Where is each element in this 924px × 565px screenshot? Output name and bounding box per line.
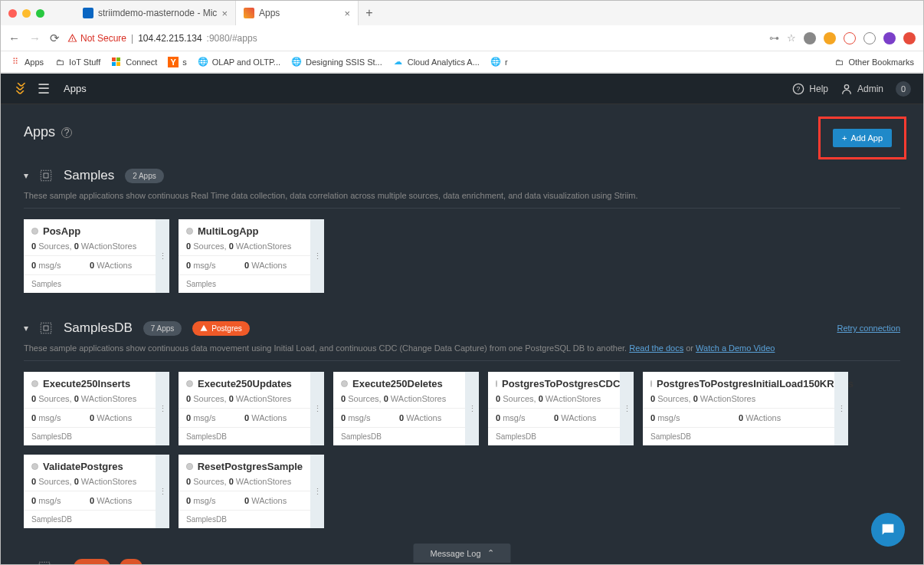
- card-more-button[interactable]: ⋮: [310, 455, 324, 528]
- ext-icon[interactable]: [804, 32, 816, 44]
- group-description: These sample applications show continuou…: [24, 343, 900, 361]
- docs-link[interactable]: Read the docs: [629, 343, 683, 353]
- chevron-down-icon[interactable]: ▾: [24, 170, 28, 181]
- other-bookmarks[interactable]: 🗀Other Bookmarks: [834, 57, 914, 67]
- namespace-icon: [39, 169, 53, 182]
- chevron-down-icon[interactable]: ▾: [24, 562, 28, 565]
- chevron-down-icon[interactable]: ▾: [24, 323, 28, 333]
- close-tab-icon[interactable]: ×: [344, 8, 350, 19]
- browser-tab-0[interactable]: striimdemo-masternode - Mic ×: [75, 1, 236, 25]
- card-more-button[interactable]: ⋮: [156, 372, 169, 445]
- card-more-button[interactable]: ⋮: [620, 372, 634, 445]
- card-more-button[interactable]: ⋮: [156, 219, 169, 293]
- key-icon[interactable]: ⊶: [769, 32, 779, 44]
- card-sources: 0 Sources, 0 WActionStores: [24, 240, 156, 255]
- card-more-button[interactable]: ⋮: [310, 372, 324, 445]
- group-header: ▾ SamplesDB 7 Apps Postgres Retry connec…: [24, 320, 900, 336]
- admin-user[interactable]: Admin: [840, 83, 883, 95]
- close-tab-icon[interactable]: ×: [221, 8, 228, 19]
- warn-text: Not Secure: [80, 33, 126, 44]
- app-card[interactable]: PostgresToPostgresInitialLoad150KRows 0 …: [643, 372, 848, 445]
- bookmarks-bar: ⠿Apps 🗀IoT Stuff Connect Ys 🌐OLAP and OL…: [1, 51, 923, 73]
- striim-logo-icon[interactable]: [13, 81, 28, 97]
- folder-icon: 🗀: [54, 57, 65, 67]
- app-count-pill: 7 Apps: [143, 321, 182, 336]
- window-controls[interactable]: [8, 9, 44, 18]
- status-dot-icon: [186, 380, 193, 387]
- card-title: Execute250Inserts: [24, 372, 156, 393]
- maximize-window-icon[interactable]: [36, 9, 44, 18]
- star-icon[interactable]: ☆: [787, 32, 796, 44]
- svg-rect-9: [41, 323, 51, 333]
- app-group: ▾ SamplesDB 7 Apps Postgres Retry connec…: [24, 320, 900, 528]
- app-card[interactable]: MultiLogApp 0 Sources, 0 WActionStores 0…: [179, 219, 324, 293]
- back-icon[interactable]: ←: [8, 31, 20, 45]
- message-log-toggle[interactable]: Message Log ⌃: [413, 544, 510, 563]
- minimize-window-icon[interactable]: [22, 9, 31, 18]
- card-more-button[interactable]: ⋮: [834, 372, 848, 445]
- bookmark-item[interactable]: 🌐OLAP and OLTP...: [198, 57, 280, 67]
- help-icon[interactable]: ?: [61, 127, 72, 138]
- status-dot-icon: [31, 463, 38, 470]
- group-title: Samples: [64, 168, 114, 183]
- ext-icon[interactable]: [824, 32, 836, 44]
- reload-icon[interactable]: ⟳: [50, 31, 60, 45]
- card-more-button[interactable]: ⋮: [310, 219, 324, 293]
- svg-rect-3: [116, 62, 120, 66]
- card-more-button[interactable]: ⋮: [465, 372, 479, 445]
- pill-button[interactable]: [120, 559, 143, 565]
- card-namespace: SamplesDB: [24, 427, 156, 445]
- cards-row: PosApp 0 Sources, 0 WActionStores 0 msg/…: [24, 219, 900, 293]
- svg-rect-7: [41, 170, 51, 181]
- menu-icon[interactable]: ☰: [38, 80, 50, 97]
- app-card[interactable]: ResetPostgresSample 0 Sources, 0 WAction…: [179, 455, 324, 528]
- browser-chrome: striimdemo-masternode - Mic × Apps × + ←…: [1, 1, 923, 74]
- retry-connection-link[interactable]: Retry connection: [837, 324, 900, 333]
- card-more-button[interactable]: ⋮: [156, 455, 169, 528]
- app-card[interactable]: Execute250Updates 0 Sources, 0 WActionSt…: [179, 372, 324, 445]
- url-field[interactable]: Not Secure | 104.42.215.134:9080/#apps: [67, 33, 762, 44]
- card-namespace: Samples: [24, 274, 156, 293]
- help-link[interactable]: ? Help: [792, 83, 828, 95]
- bookmark-item[interactable]: Connect: [111, 57, 157, 67]
- ms-icon: [111, 57, 122, 67]
- ext-icon[interactable]: [903, 32, 916, 44]
- app-header: ☰ Apps ? Help Admin 0: [1, 74, 923, 104]
- app-card[interactable]: PostgresToPostgresCDC 0 Sources, 0 WActi…: [488, 372, 634, 445]
- ext-icon[interactable]: [844, 32, 856, 44]
- bookmark-item[interactable]: Ys: [168, 57, 187, 67]
- tab-title: Apps: [259, 8, 280, 18]
- addr-right-icons: ⊶ ☆: [769, 32, 916, 44]
- pill-button[interactable]: [74, 559, 110, 565]
- warning-pill[interactable]: Postgres: [192, 321, 249, 336]
- bookmark-item[interactable]: 🌐Designing SSIS St...: [291, 57, 382, 67]
- forward-icon[interactable]: →: [29, 31, 41, 45]
- card-namespace: SamplesDB: [179, 427, 310, 445]
- notification-count[interactable]: 0: [896, 81, 911, 97]
- bookmark-item[interactable]: 🗀IoT Stuff: [54, 57, 100, 67]
- app-card[interactable]: Execute250Inserts 0 Sources, 0 WActionSt…: [24, 372, 169, 445]
- svg-rect-0: [112, 57, 116, 61]
- new-tab-button[interactable]: +: [359, 1, 380, 25]
- bookmark-item[interactable]: ☁Cloud Analytics A...: [393, 57, 480, 67]
- demo-video-link[interactable]: Watch a Demo Video: [696, 343, 775, 353]
- close-window-icon[interactable]: [8, 9, 17, 18]
- card-title: Execute250Deletes: [333, 372, 465, 393]
- add-app-button[interactable]: + Add App: [833, 129, 892, 147]
- status-dot-icon: [650, 380, 652, 387]
- browser-tab-1[interactable]: Apps ×: [236, 1, 359, 25]
- profile-icon[interactable]: [883, 32, 896, 44]
- card-title: ResetPostgresSample: [179, 455, 310, 475]
- chat-fab[interactable]: [871, 513, 905, 547]
- bookmark-item[interactable]: 🌐r: [490, 57, 508, 67]
- app-card[interactable]: PosApp 0 Sources, 0 WActionStores 0 msg/…: [24, 219, 169, 293]
- admin-label: Admin: [857, 84, 883, 94]
- svg-rect-10: [44, 326, 48, 330]
- svg-rect-1: [116, 57, 120, 61]
- browser-tabs: striimdemo-masternode - Mic × Apps × +: [75, 1, 380, 25]
- card-stats: 0 msg/s 0 WActions: [24, 408, 156, 427]
- app-card[interactable]: ValidatePostgres 0 Sources, 0 WActionSto…: [24, 455, 169, 528]
- ext-icon[interactable]: [863, 32, 876, 44]
- app-card[interactable]: Execute250Deletes 0 Sources, 0 WActionSt…: [333, 372, 479, 445]
- apps-launcher[interactable]: ⠿Apps: [10, 57, 44, 67]
